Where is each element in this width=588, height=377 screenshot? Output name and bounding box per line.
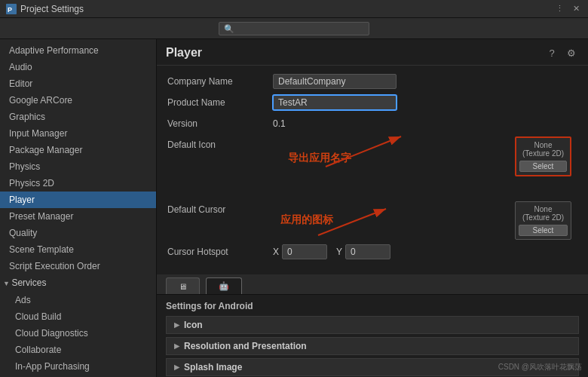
default-icon-box: None(Texture 2D) Select: [515, 136, 571, 176]
section-splash-label: Splash Image: [184, 362, 242, 372]
sidebar-item-google-arcore[interactable]: Google ARCore: [0, 92, 156, 109]
default-icon-label: Default Icon: [167, 136, 273, 150]
search-bar: [0, 18, 588, 39]
sidebar-item-package-manager[interactable]: Package Manager: [0, 142, 156, 158]
svg-line-5: [318, 209, 386, 235]
svg-line-3: [326, 136, 401, 167]
sidebar-item-script-execution[interactable]: Script Execution Order: [0, 258, 156, 274]
sidebar-item-audio[interactable]: Audio: [0, 59, 156, 75]
sidebar-item-scene-template[interactable]: Scene Template: [0, 241, 156, 258]
company-name-row: Company Name: [167, 73, 577, 90]
hotspot-x-label: X: [273, 247, 279, 257]
section-splash-arrow: ▶: [174, 363, 179, 371]
hotspot-y: Y: [336, 244, 390, 259]
default-icon-row: Default Icon 导出应用名字: [167, 136, 577, 197]
hotspot-x-input[interactable]: [282, 244, 327, 259]
svg-text:P: P: [8, 6, 12, 14]
default-cursor-box: None(Texture 2D) Select: [515, 201, 571, 240]
icon-none-text1: None(Texture 2D): [522, 141, 564, 158]
company-name-label: Company Name: [167, 76, 273, 87]
hotspot-y-input[interactable]: [345, 244, 390, 259]
section-resolution-label: Resolution and Presentation: [184, 341, 307, 351]
sidebar-item-graphics[interactable]: Graphics: [0, 109, 156, 125]
settings-icon-btn[interactable]: ⚙: [564, 45, 579, 60]
content-title: Player: [166, 46, 202, 60]
sidebar-item-cloud-diagnostics[interactable]: Cloud Diagnostics: [0, 325, 156, 342]
search-wrap: [219, 22, 369, 35]
section-resolution-arrow: ▶: [174, 342, 179, 350]
content-area: Player ? ⚙ Company Name Product Name: [157, 39, 588, 377]
sidebar-item-input-manager[interactable]: Input Manager: [0, 125, 156, 142]
sidebar-item-services[interactable]: Services: [0, 274, 156, 292]
icon-select-btn1[interactable]: Select: [519, 161, 567, 172]
main-layout: Adaptive Performance Audio Editor Google…: [0, 39, 588, 377]
android-icon: 🤖: [219, 281, 229, 291]
version-label: Version: [167, 118, 273, 129]
sidebar-item-player[interactable]: Player: [0, 192, 156, 208]
section-resolution[interactable]: ▶ Resolution and Presentation: [166, 337, 579, 355]
sidebar-item-ads[interactable]: Ads: [0, 292, 156, 308]
sidebar-item-adaptive[interactable]: Adaptive Performance: [0, 42, 156, 59]
version-value: 0.1: [273, 118, 286, 129]
section-splash[interactable]: ▶ Splash Image: [166, 358, 579, 376]
settings-for-android-title: Settings for Android: [166, 301, 579, 311]
menu-btn[interactable]: ⋮: [553, 3, 565, 15]
section-icon-arrow: ▶: [174, 321, 179, 329]
tab-android[interactable]: 🤖: [206, 277, 242, 294]
cursor-select-btn[interactable]: Select: [519, 225, 568, 236]
content-wrapper: Player ? ⚙ Company Name Product Name: [157, 39, 588, 377]
window-title: Project Settings: [20, 4, 553, 14]
default-cursor-label: Default Cursor: [167, 201, 273, 215]
cursor-hotspot-label: Cursor Hotspot: [167, 247, 273, 257]
arrow-svg: [318, 129, 454, 174]
form-area: Company Name Product Name Version 0.1 De…: [157, 66, 588, 274]
cursor-hotspot-row: Cursor Hotspot X Y: [167, 244, 577, 259]
arrow-svg2: [311, 201, 416, 239]
app-icon: P: [6, 4, 17, 14]
section-icon[interactable]: ▶ Icon: [166, 316, 579, 334]
product-name-row: Product Name: [167, 94, 577, 111]
sidebar-item-quality[interactable]: Quality: [0, 225, 156, 241]
settings-content: Settings for Android ▶ Icon ▶ Resolution…: [157, 295, 588, 377]
monitor-icon: 🖥: [179, 282, 187, 291]
close-btn[interactable]: ✕: [570, 3, 582, 15]
sidebar-item-physics2d[interactable]: Physics 2D: [0, 175, 156, 192]
title-bar: P Project Settings ⋮ ✕: [0, 0, 588, 18]
platform-tabs: 🖥 🤖: [157, 274, 588, 295]
product-name-label: Product Name: [167, 97, 273, 108]
default-cursor-row: Default Cursor 应用的图标: [167, 201, 577, 240]
hotspot-x: X: [273, 244, 327, 259]
sidebar-item-collaborate[interactable]: Collaborate: [0, 342, 156, 358]
search-input[interactable]: [224, 24, 364, 33]
header-icons: ? ⚙: [544, 45, 579, 60]
sidebar-item-inapp-purchasing[interactable]: In-App Purchasing: [0, 358, 156, 375]
product-name-input[interactable]: [273, 95, 397, 110]
hotspot-y-label: Y: [336, 247, 342, 257]
window-controls: ⋮ ✕: [553, 3, 582, 15]
icon-none-text2: None(Texture 2D): [522, 205, 564, 222]
sidebar-item-preset-manager[interactable]: Preset Manager: [0, 208, 156, 225]
section-icon-label: Icon: [184, 320, 203, 330]
sidebar-item-physics[interactable]: Physics: [0, 158, 156, 175]
company-name-input[interactable]: [273, 74, 397, 89]
tab-standalone[interactable]: 🖥: [166, 277, 200, 294]
content-header: Player ? ⚙: [157, 39, 588, 66]
help-icon-btn[interactable]: ?: [544, 45, 559, 60]
sidebar: Adaptive Performance Audio Editor Google…: [0, 39, 157, 377]
sidebar-item-editor[interactable]: Editor: [0, 75, 156, 92]
sidebar-item-cloud-build[interactable]: Cloud Build: [0, 308, 156, 325]
